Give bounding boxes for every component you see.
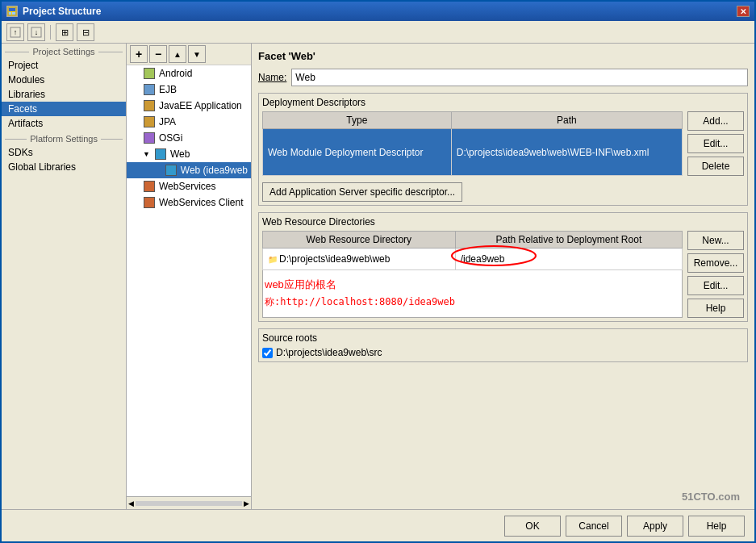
table-row[interactable]: 📁 D:\projects\idea9web\web /idea9web [263, 249, 683, 270]
source-root-label: D:\projects\idea9web\src [276, 347, 382, 358]
web-resource-box: Web Resource Directories Web Resource Di… [258, 212, 748, 322]
middle-panel: + − ▲ ▼ Android EJB [127, 44, 252, 509]
svg-text:⊟: ⊟ [82, 27, 90, 37]
wr-col-dir: Web Resource Directory [263, 232, 456, 249]
toolbar-separator-1 [50, 25, 51, 40]
svg-text:↓: ↓ [35, 28, 39, 36]
main-window: Project Structure ✕ ↑ ↓ ⊞ ⊟ Project Sett… [0, 0, 756, 543]
bottom-bar: 51CTO.com OK Cancel Apply Help [2, 509, 754, 541]
web-resource-table: Web Resource Directory Path Relative to … [262, 231, 683, 318]
tree-item-osgi[interactable]: OSGi [127, 130, 251, 146]
window-title: Project Structure [23, 6, 101, 17]
svg-rect-2 [9, 12, 11, 15]
cancel-button[interactable]: Cancel [566, 516, 622, 537]
dd-row-type: Web Module Deployment Descriptor [263, 129, 452, 176]
toolbar-btn-back[interactable]: ↑ [6, 23, 24, 41]
scroll-right-arrow[interactable]: ▶ [244, 499, 249, 507]
nav-item-sdks[interactable]: SDKs [2, 145, 126, 160]
web-icon [154, 148, 167, 161]
nav-item-libraries[interactable]: Libraries [2, 87, 126, 102]
wr-help-btn[interactable]: Help [687, 299, 744, 318]
nav-item-global-libraries[interactable]: Global Libraries [2, 160, 126, 174]
ejb-icon [143, 83, 156, 96]
middle-down-btn[interactable]: ▼ [188, 45, 206, 63]
source-roots-box: Source roots D:\projects\idea9web\src [258, 328, 748, 362]
scroll-left-arrow[interactable]: ◀ [128, 499, 134, 507]
project-settings-header: Project Settings [2, 44, 126, 58]
name-row: Name: [258, 69, 748, 86]
wr-col-path: Path Relative to Deployment Root [455, 232, 682, 249]
wr-buttons: New... Remove... Edit... Help [687, 231, 744, 318]
nav-item-project[interactable]: Project [2, 58, 126, 73]
name-input[interactable] [291, 69, 748, 86]
source-roots-title: Source roots [262, 332, 744, 344]
middle-spacer [127, 211, 251, 496]
left-panel: Project Settings Project Modules Librari… [2, 44, 127, 509]
wr-new-btn[interactable]: New... [687, 231, 744, 250]
dd-buttons: Add... Edit... Delete [687, 111, 744, 176]
tree-item-jpa[interactable]: JPA [127, 114, 251, 130]
close-button[interactable]: ✕ [737, 6, 750, 17]
jpa-icon [143, 115, 156, 128]
tree-item-web[interactable]: ▼ Web [127, 146, 251, 162]
deployment-descriptors-box: Deployment Descriptors Type Path Web Mod… [258, 93, 748, 206]
web-idea9web-icon [165, 164, 178, 177]
title-bar-left: Project Structure [6, 6, 101, 17]
watermark: 51CTO.com [682, 491, 740, 503]
nav-item-artifacts[interactable]: Artifacts [2, 116, 126, 131]
android-icon [143, 67, 156, 80]
toolbar-btn-down[interactable]: ⊟ [77, 23, 94, 41]
window-icon [6, 6, 18, 17]
tree-item-webservices-client[interactable]: WebServices Client [127, 194, 251, 211]
svg-rect-3 [12, 12, 15, 15]
wr-row-dir: 📁 D:\projects\idea9web\web [263, 249, 456, 270]
svg-rect-1 [9, 8, 15, 11]
middle-scroll[interactable]: ◀ ▶ [127, 496, 251, 509]
middle-up-btn[interactable]: ▲ [169, 45, 186, 63]
folder-icon: 📁 [268, 255, 278, 264]
apply-button[interactable]: Apply [627, 516, 683, 537]
web-resource-table-container: Web Resource Directory Path Relative to … [262, 231, 744, 318]
toolbar-btn-up[interactable]: ⊞ [56, 23, 73, 41]
dd-delete-btn[interactable]: Delete [687, 157, 744, 176]
table-row[interactable]: Web Module Deployment Descriptor D:\proj… [263, 129, 683, 176]
source-roots-row: D:\projects\idea9web\src [262, 347, 744, 358]
svg-text:⊞: ⊞ [61, 27, 69, 37]
tree-item-ejb[interactable]: EJB [127, 81, 251, 98]
middle-remove-btn[interactable]: − [149, 45, 167, 63]
osgi-icon [143, 132, 156, 144]
tree-item-javaee[interactable]: JavaEE Application [127, 98, 251, 114]
deployment-descriptors-table-container: Type Path Web Module Deployment Descript… [262, 111, 744, 176]
title-bar: Project Structure ✕ [2, 2, 754, 21]
middle-add-btn[interactable]: + [130, 45, 148, 63]
expand-arrow-web: ▼ [143, 150, 151, 158]
dd-col-path: Path [451, 112, 682, 129]
dd-edit-btn[interactable]: Edit... [687, 134, 744, 153]
tree-item-android[interactable]: Android [127, 65, 251, 81]
tree-item-webservices[interactable]: WebServices [127, 178, 251, 194]
add-descriptor-btn[interactable]: Add Application Server specific descript… [262, 182, 462, 202]
source-root-checkbox[interactable] [262, 348, 273, 358]
main-content: Project Settings Project Modules Librari… [2, 44, 754, 509]
wr-edit-btn[interactable]: Edit... [687, 276, 744, 295]
toolbar: ↑ ↓ ⊞ ⊟ [2, 21, 754, 44]
toolbar-btn-fwd[interactable]: ↓ [27, 23, 45, 41]
deployment-descriptors-table: Type Path Web Module Deployment Descript… [262, 111, 683, 176]
wr-remove-btn[interactable]: Remove... [687, 253, 744, 273]
scroll-track[interactable] [136, 501, 242, 506]
dd-col-type: Type [263, 112, 452, 129]
annotation-text-2: 称:http://localhost:8080/idea9web [263, 295, 682, 312]
middle-toolbar: + − ▲ ▼ [127, 44, 251, 65]
webservices-icon [143, 180, 156, 193]
nav-item-modules[interactable]: Modules [2, 73, 126, 87]
name-label: Name: [258, 72, 286, 83]
wr-row-path: /idea9web [455, 249, 682, 270]
add-descriptor-row: Add Application Server specific descript… [262, 179, 744, 202]
right-panel: Facet 'Web' Name: Deployment Descriptors… [252, 44, 754, 509]
help-button[interactable]: Help [688, 516, 745, 537]
tree-item-web-idea9web[interactable]: Web (idea9web [127, 162, 251, 178]
dd-add-btn[interactable]: Add... [687, 111, 744, 131]
webservices-client-icon [143, 196, 156, 209]
nav-item-facets[interactable]: Facets [2, 102, 126, 116]
ok-button[interactable]: OK [504, 516, 561, 537]
